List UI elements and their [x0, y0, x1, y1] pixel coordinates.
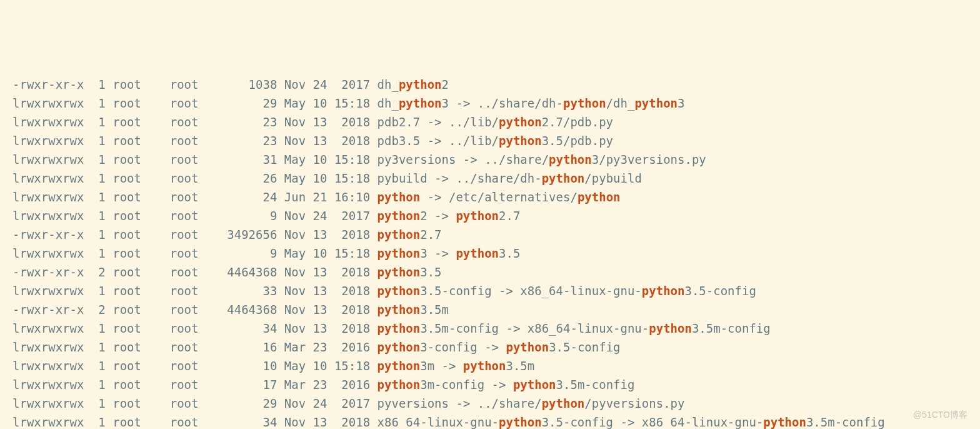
day: 10 — [313, 171, 328, 185]
link-count: 2 — [91, 303, 106, 316]
time-or-year: 2017 — [334, 78, 370, 91]
link-count: 1 — [91, 96, 106, 110]
time-or-year: 2018 — [334, 228, 370, 241]
owner: root — [112, 321, 148, 335]
filename: python3-config -> python3.5-config — [378, 340, 621, 354]
time-or-year: 15:18 — [334, 359, 370, 373]
group: root — [170, 378, 199, 391]
file-permissions: lrwxrwxrwx — [12, 378, 84, 391]
link-count: 1 — [91, 228, 106, 241]
owner: root — [112, 228, 148, 241]
day: 13 — [313, 321, 328, 335]
group: root — [170, 396, 199, 410]
time-or-year: 2018 — [334, 321, 370, 335]
file-permissions: lrwxrwxrwx — [12, 359, 84, 373]
file-permissions: lrwxrwxrwx — [12, 340, 84, 354]
month: May — [284, 171, 306, 185]
day: 24 — [313, 396, 328, 410]
month: May — [284, 359, 306, 373]
ls-row: lrwxrwxrwx 1 root root 31 May 10 15:18 p… — [12, 150, 980, 169]
ls-row: lrwxrwxrwx 1 root root 10 May 10 15:18 p… — [12, 356, 980, 375]
group: root — [170, 115, 199, 129]
ls-row: lrwxrwxrwx 1 root root 9 Nov 24 2017 pyt… — [12, 206, 980, 225]
group: root — [170, 303, 199, 316]
filename: python3m-config -> python3.5m-config — [378, 378, 635, 391]
ls-row: lrwxrwxrwx 1 root root 23 Nov 13 2018 pd… — [12, 131, 980, 150]
link-count: 1 — [91, 415, 106, 429]
day: 24 — [313, 209, 328, 223]
ls-row: lrwxrwxrwx 1 root root 23 Nov 13 2018 pd… — [12, 113, 980, 131]
time-or-year: 2017 — [334, 396, 370, 410]
month: May — [284, 96, 306, 110]
file-size: 23 — [220, 115, 278, 129]
month: Nov — [284, 284, 306, 298]
ls-row: lrwxrwxrwx 1 root root 29 Nov 24 2017 py… — [12, 394, 980, 413]
time-or-year: 15:18 — [334, 153, 370, 166]
group: root — [170, 246, 199, 260]
owner: root — [112, 78, 148, 91]
filename: pybuild -> ../share/dh-python/pybuild — [378, 171, 642, 185]
day: 21 — [313, 190, 328, 204]
file-size: 4464368 — [220, 303, 278, 316]
ls-row: lrwxrwxrwx 1 root root 26 May 10 15:18 p… — [12, 169, 980, 188]
link-count: 1 — [91, 134, 106, 148]
file-size: 17 — [220, 378, 278, 391]
link-count: 1 — [91, 78, 106, 91]
month: Nov — [284, 265, 306, 279]
month: Nov — [284, 209, 306, 223]
owner: root — [112, 415, 148, 429]
link-count: 1 — [91, 190, 106, 204]
owner: root — [112, 396, 148, 410]
group: root — [170, 171, 199, 185]
ls-row: -rwxr-xr-x 1 root root 1038 Nov 24 2017 … — [12, 75, 980, 94]
month: Nov — [284, 303, 306, 316]
time-or-year: 2016 — [334, 340, 370, 354]
group: root — [170, 415, 199, 429]
time-or-year: 2018 — [334, 284, 370, 298]
owner: root — [112, 190, 148, 204]
filename: python3.5m-config -> x86_64-linux-gnu-py… — [378, 321, 771, 335]
file-size: 23 — [220, 134, 278, 148]
file-permissions: lrwxrwxrwx — [12, 284, 84, 298]
file-size: 9 — [220, 209, 278, 223]
link-count: 1 — [91, 209, 106, 223]
link-count: 1 — [91, 115, 106, 129]
month: Nov — [284, 415, 306, 429]
month: Mar — [284, 340, 306, 354]
watermark-text: @51CTO博客 — [913, 405, 968, 424]
time-or-year: 2017 — [334, 209, 370, 223]
group: root — [170, 78, 199, 91]
owner: root — [112, 96, 148, 110]
filename: pdb3.5 -> ../lib/python3.5/pdb.py — [378, 134, 614, 148]
group: root — [170, 228, 199, 241]
file-size: 31 — [220, 153, 278, 166]
filename: python3.5 — [378, 265, 442, 279]
file-size: 34 — [220, 415, 278, 429]
terminal-output: -rwxr-xr-x 1 root root 1038 Nov 24 2017 … — [0, 75, 980, 429]
time-or-year: 2018 — [334, 115, 370, 129]
owner: root — [112, 284, 148, 298]
ls-row: lrwxrwxrwx 1 root root 17 Mar 23 2016 py… — [12, 375, 980, 394]
owner: root — [112, 134, 148, 148]
owner: root — [112, 303, 148, 316]
owner: root — [112, 340, 148, 354]
time-or-year: 2018 — [334, 265, 370, 279]
file-size: 16 — [220, 340, 278, 354]
filename: python3.5m — [378, 303, 449, 316]
file-permissions: lrwxrwxrwx — [12, 396, 84, 410]
link-count: 1 — [91, 246, 106, 260]
ls-row: lrwxrwxrwx 1 root root 34 Nov 13 2018 py… — [12, 319, 980, 338]
day: 13 — [313, 415, 328, 429]
file-permissions: -rwxr-xr-x — [12, 78, 84, 91]
owner: root — [112, 171, 148, 185]
link-count: 1 — [91, 378, 106, 391]
day: 10 — [313, 96, 328, 110]
ls-row: lrwxrwxrwx 1 root root 16 Mar 23 2016 py… — [12, 338, 980, 356]
time-or-year: 2018 — [334, 303, 370, 316]
ls-row: lrwxrwxrwx 1 root root 33 Nov 13 2018 py… — [12, 281, 980, 300]
day: 13 — [313, 134, 328, 148]
month: Nov — [284, 228, 306, 241]
owner: root — [112, 209, 148, 223]
month: Nov — [284, 396, 306, 410]
time-or-year: 2018 — [334, 134, 370, 148]
